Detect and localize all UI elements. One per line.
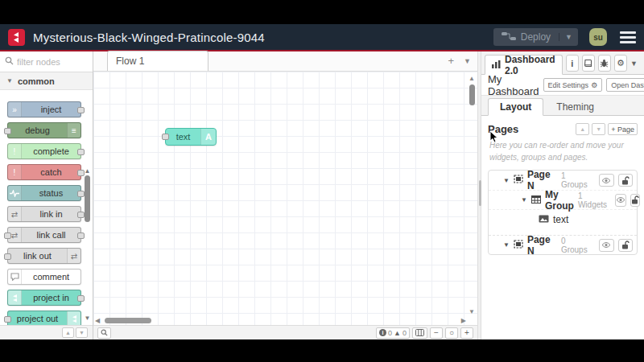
palette-node-complete[interactable]: ! complete [7, 143, 81, 159]
palette-node-comment[interactable]: comment [7, 269, 81, 285]
lock-button[interactable] [630, 194, 640, 207]
tab-help[interactable] [582, 55, 595, 72]
node-red-window: Mysterious-Black-Winged-Pratincole-9044 … [0, 24, 644, 339]
scroll-down-icon[interactable]: ▼ [468, 308, 476, 315]
scroll-up-icon[interactable]: ▲ [84, 167, 91, 175]
palette-node-link-out[interactable]: link out ⇄ [7, 248, 81, 264]
canvas-node-text[interactable]: text A [165, 128, 217, 146]
lock-button[interactable] [618, 239, 633, 252]
tree-row-page-1[interactable]: ▼ Page N 1 Groups [489, 171, 637, 190]
project-icon [8, 290, 22, 305]
tree-row-my-group[interactable]: ▼ My Group 1 Widgets [489, 190, 637, 209]
palette-node-project-in[interactable]: project in [7, 290, 81, 306]
project-icon [67, 311, 80, 325]
edit-settings-button[interactable]: Edit Settings ⚙ [543, 78, 603, 92]
palette-scrollbar[interactable]: ▲ ▼ [84, 167, 91, 322]
sidebar-tabbar: Dashboard 2.0 i ⚙ ▼ [481, 51, 644, 75]
tab-config[interactable]: ⚙ [614, 55, 627, 72]
flow-editor: Flow 1 + ▼ text A ▲ [93, 51, 477, 339]
open-dashboard-button[interactable]: Open Dashboard ↗ [606, 78, 644, 92]
palette-category-common[interactable]: ▼ common [0, 72, 93, 90]
node-label: project out [8, 314, 67, 323]
tree-label: My Group [545, 189, 574, 212]
main-menu-icon[interactable] [620, 31, 636, 43]
zoom-reset-button[interactable]: ○ [445, 327, 458, 339]
screen: Mysterious-Black-Winged-Pratincole-9044 … [0, 0, 644, 362]
deploy-nodes-icon [502, 31, 516, 43]
sidebar-menu-chevron-icon[interactable]: ▼ [630, 60, 641, 74]
palette-node-debug[interactable]: debug ≡ [7, 122, 81, 138]
resize-grip[interactable] [479, 180, 481, 206]
deploy-label: Deploy [521, 31, 551, 43]
sidebar-resize-handle[interactable] [477, 51, 481, 339]
node-label: link out [8, 251, 67, 261]
input-port [4, 316, 11, 323]
canvas-horizontal-scrollbar[interactable]: ◀ ▶ [95, 317, 466, 324]
palette-node-project-out[interactable]: project out [7, 311, 81, 325]
palette-node-list: » inject debug ≡ ! complete [0, 90, 93, 325]
pages-heading: Pages [488, 123, 573, 135]
node-palette: ▼ common » inject debug ≡ ! [0, 51, 93, 339]
scroll-right-icon[interactable]: ▶ [461, 317, 466, 324]
move-page-down-button[interactable]: ▼ [592, 123, 605, 135]
flow-tabbar: Flow 1 + ▼ [93, 51, 477, 72]
visibility-button[interactable] [599, 239, 613, 252]
canvas-vertical-scrollbar[interactable]: ▲ ▼ [468, 75, 476, 315]
zoom-out-button[interactable]: − [430, 327, 443, 339]
lock-button[interactable] [618, 174, 633, 187]
tree-row-widget-text[interactable]: text [489, 209, 637, 228]
chevron-down-icon[interactable]: ▼ [503, 241, 510, 249]
comment-bubble-icon [8, 269, 22, 284]
gear-icon: ⚙ [591, 81, 597, 89]
expand-all-button[interactable]: ▼ [76, 327, 88, 338]
chevron-down-icon[interactable]: ▼ [503, 177, 510, 184]
warning-count: 0 [402, 329, 407, 337]
palette-node-inject[interactable]: » inject [7, 101, 81, 117]
palette-node-catch[interactable]: ! catch [7, 164, 81, 180]
canvas-search-button[interactable] [97, 327, 111, 339]
deploy-dropdown-chevron-icon[interactable]: ▼ [559, 33, 578, 41]
flow-list-chevron-icon[interactable]: ▼ [464, 57, 471, 65]
info-count: 0 [388, 329, 392, 337]
tab-debug[interactable] [598, 55, 611, 72]
output-port [77, 149, 85, 155]
move-page-up-button[interactable]: ▲ [576, 123, 589, 135]
collapse-all-button[interactable]: ▲ [62, 327, 74, 338]
chevron-down-icon[interactable]: ▼ [521, 196, 527, 204]
scroll-down-icon[interactable]: ▼ [84, 315, 91, 322]
user-avatar[interactable]: su [589, 28, 607, 46]
deploy-button[interactable]: Deploy ▼ [493, 28, 578, 46]
visibility-button[interactable] [599, 174, 613, 187]
open-dashboard-label: Open Dashboard [611, 81, 644, 89]
tab-dashboard-2[interactable]: Dashboard 2.0 [485, 55, 563, 75]
navigator-button[interactable] [412, 327, 427, 339]
scroll-left-icon[interactable]: ◀ [95, 317, 100, 324]
palette-node-status[interactable]: status [7, 185, 81, 201]
scrollbar-thumb[interactable] [469, 84, 475, 105]
chevron-down-icon: ▼ [6, 77, 13, 84]
scrollbar-thumb[interactable] [85, 175, 90, 222]
visibility-button[interactable] [615, 194, 626, 207]
add-page-button[interactable]: + Page [608, 123, 638, 135]
unlock-icon [631, 195, 639, 204]
inject-icon: » [8, 102, 22, 117]
zoom-in-button[interactable]: + [460, 327, 473, 339]
group-icon [531, 195, 541, 206]
palette-node-link-call[interactable]: ⇄ link call [7, 227, 81, 243]
notifications-badge[interactable]: i 0 ▲ 0 [376, 327, 410, 339]
tree-row-page-2[interactable]: ▼ Page N 0 Groups [489, 235, 637, 254]
palette-filter-input[interactable] [17, 57, 81, 67]
flow-canvas[interactable]: text A ▲ ▼ ◀ ▶ [93, 72, 477, 325]
palette-node-link-in[interactable]: ⇄ link in [7, 206, 81, 222]
link-icon: ⇄ [67, 249, 80, 263]
tab-layout[interactable]: Layout [488, 98, 543, 116]
tab-flow-1[interactable]: Flow 1 [107, 51, 208, 71]
tab-theming[interactable]: Theming [545, 98, 605, 116]
scroll-up-icon[interactable]: ▲ [468, 75, 476, 82]
tab-info[interactable]: i [566, 55, 579, 72]
input-port[interactable] [162, 134, 169, 140]
add-flow-button[interactable]: + [448, 55, 454, 67]
flowfuse-logo-icon [8, 29, 25, 46]
scrollbar-thumb[interactable] [105, 318, 151, 323]
palette-search[interactable] [0, 51, 93, 72]
